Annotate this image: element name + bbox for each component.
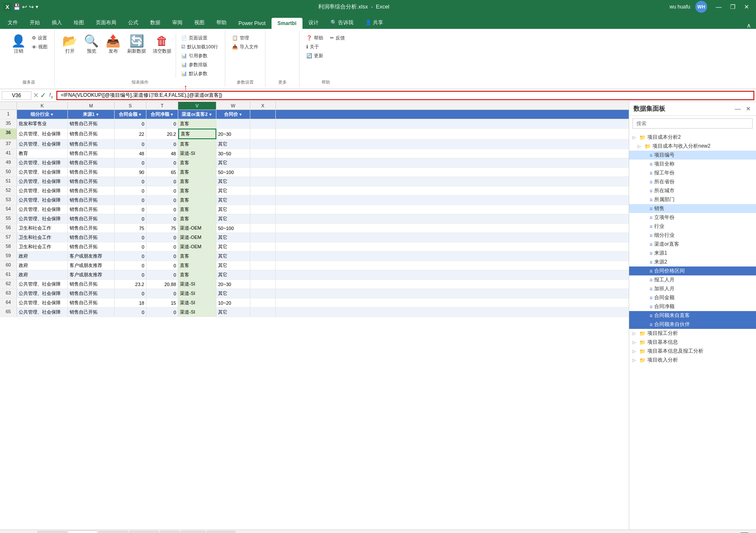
cell-m35[interactable]: 销售自己开拓 [68, 119, 115, 128]
cell-k52[interactable]: 公共管理、社会保障 [17, 186, 68, 195]
cell-w55[interactable]: 其它 [216, 214, 250, 223]
cell-v1[interactable]: 渠道or直客2 ▼ [178, 110, 216, 119]
cell-t51[interactable]: 0 [146, 177, 178, 186]
btn-ref-param[interactable]: 📊 引用参数 [179, 52, 220, 60]
tree-item-report-analysis[interactable]: ▷ 📁 项目报工分析 [629, 329, 756, 338]
tree-item-field-price-range[interactable]: ≡ 合同价格区间 [629, 266, 756, 275]
panel-minimize-btn[interactable]: — [734, 104, 742, 113]
minimize-btn[interactable]: — [712, 3, 725, 11]
cell-s53[interactable]: 0 [115, 196, 146, 205]
tree-item-field-province[interactable]: ≡ 所在省份 [629, 177, 756, 186]
cell-m65[interactable]: 销售自己开拓 [68, 308, 115, 317]
cell-v37[interactable]: 直客 [178, 140, 216, 149]
tree-item-field-contract-net[interactable]: ≡ 合同净额 [629, 302, 756, 311]
sheet-tab-channel-revision[interactable]: 渠道修订 [129, 531, 159, 533]
formula-enter-icon[interactable]: ✓ [40, 91, 46, 99]
cell-s60[interactable]: 0 [115, 261, 146, 270]
cell-v35[interactable]: 直客 [178, 119, 216, 128]
cell-v53[interactable]: 直客 [178, 196, 216, 205]
cell-s51[interactable]: 0 [115, 177, 146, 186]
cell-t59[interactable]: 0 [146, 252, 178, 261]
tab-insert[interactable]: 插入 [46, 17, 68, 29]
cell-m1[interactable]: 来源1 ▼ [68, 110, 115, 119]
cell-v49[interactable]: 直客 [178, 158, 216, 167]
maximize-btn[interactable]: ❐ [727, 3, 739, 11]
cell-v50[interactable]: 直客 [178, 168, 216, 177]
btn-import[interactable]: 📥 导入文件 [230, 43, 260, 51]
cell-s65[interactable]: 0 [115, 308, 146, 317]
cell-m50[interactable]: 销售自己开拓 [68, 168, 115, 177]
cell-m60[interactable]: 客户或朋友推荐 [68, 261, 115, 270]
tree-item-revenue-analysis[interactable]: ▷ 📁 项目收入分析 [629, 356, 756, 365]
btn-feedback[interactable]: ✏ 反馈 [328, 34, 347, 42]
cell-s1[interactable]: 合同金额 ▼ [115, 110, 146, 119]
tree-item-field-proj-year[interactable]: ≡ 立项年份 [629, 213, 756, 222]
tab-file[interactable]: 文件 [2, 17, 24, 29]
cell-s62[interactable]: 23.2 [115, 280, 146, 289]
cell-w50[interactable]: 50~100 [216, 168, 250, 177]
cell-m49[interactable]: 销售自己开拓 [68, 158, 115, 167]
tree-item-field-work-year[interactable]: ≡ 报工年份 [629, 168, 756, 177]
panel-search[interactable] [633, 118, 753, 129]
tree-item-root1[interactable]: ▷ 📁 项目成本分析2 [629, 133, 756, 142]
cell-k63[interactable]: 公共管理、社会保障 [17, 289, 68, 298]
cell-k55[interactable]: 公共管理、社会保障 [17, 214, 68, 223]
cell-k61[interactable]: 政府 [17, 270, 68, 279]
cell-w63[interactable]: 其它 [216, 289, 250, 298]
btn-update[interactable]: 🔄 更新 [305, 52, 325, 60]
cell-k36[interactable]: 公共管理、社会保障 [17, 129, 68, 139]
close-btn[interactable]: ✕ [741, 3, 753, 11]
tree-item-field-project-name[interactable]: ≡ 项目全称 [629, 160, 756, 168]
cell-t65[interactable]: 0 [146, 308, 178, 317]
sheet-tab-industry-def[interactable]: 行业定义 [98, 531, 128, 533]
cell-t49[interactable]: 0 [146, 158, 178, 167]
tree-item-field-overtime-month[interactable]: ≡ 加班人月 [629, 284, 756, 293]
cell-v65[interactable]: 渠道-SI [178, 308, 216, 317]
tab-share[interactable]: 👤 共享 [359, 17, 389, 29]
sheet-tab-by-sub[interactable]: 按细分... [207, 531, 235, 533]
cell-v54[interactable]: 直客 [178, 205, 216, 214]
tree-item-basic-info-report[interactable]: ▷ 📁 项目基本信息及报工分析 [629, 347, 756, 356]
sheet-tab-overview[interactable]: 综合概述 [37, 531, 67, 533]
cell-v58[interactable]: 渠道-OEM [178, 242, 216, 251]
cell-v61[interactable]: 直客 [178, 270, 216, 279]
tree-item-field-direct-amount[interactable]: ≡ 合同额来自直客 [629, 311, 756, 320]
ribbon-collapse[interactable]: ∧ [743, 22, 754, 29]
cell-k58[interactable]: 卫生和社会工作 [17, 242, 68, 251]
cell-k37[interactable]: 公共管理、社会保障 [17, 140, 68, 149]
cell-m53[interactable]: 销售自己开拓 [68, 196, 115, 205]
cell-t53[interactable]: 0 [146, 196, 178, 205]
cell-s59[interactable]: 0 [115, 252, 146, 261]
cell-k1[interactable]: 细分行业 ▼ [17, 110, 68, 119]
cell-s36[interactable]: 22 [115, 129, 146, 139]
tab-smartbi[interactable]: Smartbi [272, 18, 302, 29]
tree-item-field-partner-amount[interactable]: ≡ 合同额来自伙伴 [629, 320, 756, 329]
tree-item-field-contract-amount[interactable]: ≡ 合同金额 [629, 293, 756, 302]
tree-item-field-sub-industry[interactable]: ≡ 细分行业 [629, 231, 756, 240]
cell-v64[interactable]: 渠道-SI [178, 298, 216, 307]
cell-t55[interactable]: 0 [146, 214, 178, 223]
btn-param-layout[interactable]: 📊 参数排版 [179, 61, 220, 69]
cell-v51[interactable]: 直客 [178, 177, 216, 186]
tree-item-field-city[interactable]: ≡ 所在城市 [629, 186, 756, 195]
tab-design[interactable]: 设计 [302, 17, 325, 29]
cell-k54[interactable]: 公共管理、社会保障 [17, 205, 68, 214]
cell-k56[interactable]: 卫生和社会工作 [17, 224, 68, 233]
cell-t63[interactable]: 0 [146, 289, 178, 298]
cell-m61[interactable]: 客户或朋友推荐 [68, 270, 115, 279]
cell-m58[interactable]: 销售自己开拓 [68, 242, 115, 251]
quick-save[interactable]: 💾 [13, 3, 20, 10]
formula-cancel-icon[interactable]: ✕ [33, 91, 39, 99]
cell-t37[interactable]: 0 [146, 140, 178, 149]
panel-close-btn[interactable]: ✕ [745, 104, 752, 113]
cell-m62[interactable]: 销售自己开拓 [68, 280, 115, 289]
cell-s58[interactable]: 0 [115, 242, 146, 251]
cell-w64[interactable]: 10~20 [216, 298, 250, 307]
cell-w59[interactable]: 其它 [216, 252, 250, 261]
cell-m63[interactable]: 销售自己开拓 [68, 289, 115, 298]
cell-s63[interactable]: 0 [115, 289, 146, 298]
cell-w36[interactable]: 20~30 [216, 129, 250, 139]
cell-w56[interactable]: 50~100 [216, 224, 250, 233]
cell-t56[interactable]: 75 [146, 224, 178, 233]
name-box[interactable]: V36 [2, 91, 31, 100]
